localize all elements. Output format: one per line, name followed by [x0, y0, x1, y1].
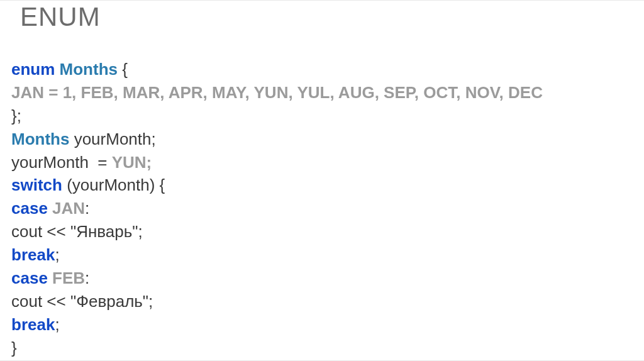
code-line-12: break;	[11, 315, 60, 334]
type-months-decl: Months	[11, 130, 69, 148]
code-line-8: cout << "Январь";	[11, 222, 143, 241]
brace-open: {	[118, 60, 128, 79]
semi-2: ;	[55, 315, 59, 334]
keyword-case-2: case	[11, 269, 48, 287]
keyword-enum: enum	[11, 60, 55, 79]
assign-lhs: yourMonth =	[11, 153, 112, 172]
colon-1: :	[85, 199, 89, 218]
case-val-jan: JAN	[48, 199, 85, 218]
code-line-1: enum Months {	[11, 60, 128, 79]
code-line-2: JAN = 1, FEB, MAR, APR, MAY, YUN, YUL, A…	[11, 83, 543, 102]
code-line-10: case FEB:	[11, 269, 89, 287]
code-line-9: break;	[11, 245, 60, 264]
keyword-switch: switch	[11, 175, 62, 194]
code-block: enum Months { JAN = 1, FEB, MAR, APR, MA…	[11, 35, 633, 361]
code-line-5: yourMonth = YUN;	[11, 153, 152, 172]
code-line-11: cout << "Февраль";	[11, 292, 153, 311]
cout-jan: cout << "Январь";	[11, 222, 143, 241]
semi-1: ;	[55, 245, 59, 264]
keyword-case-1: case	[11, 199, 48, 218]
code-line-6: switch (yourMonth) {	[11, 175, 165, 194]
var-decl: yourMonth;	[69, 130, 155, 148]
switch-expr: (yourMonth) {	[62, 175, 165, 194]
keyword-break-2: break	[11, 315, 55, 334]
enum-values: JAN = 1, FEB, MAR, APR, MAY, YUN, YUL, A…	[11, 83, 543, 102]
case-val-feb: FEB	[48, 269, 85, 287]
code-line-7: case JAN:	[11, 199, 89, 218]
colon-2: :	[85, 269, 89, 287]
code-line-3: };	[11, 106, 21, 125]
assign-rhs: YUN;	[112, 153, 152, 172]
type-months: Months	[60, 60, 118, 79]
cout-feb: cout << "Февраль";	[11, 292, 153, 311]
slide: ENUM enum Months { JAN = 1, FEB, MAR, AP…	[0, 0, 644, 361]
slide-title: ENUM	[20, 2, 633, 32]
code-line-13: }	[11, 338, 17, 357]
keyword-break-1: break	[11, 245, 55, 264]
code-line-4: Months yourMonth;	[11, 130, 156, 148]
